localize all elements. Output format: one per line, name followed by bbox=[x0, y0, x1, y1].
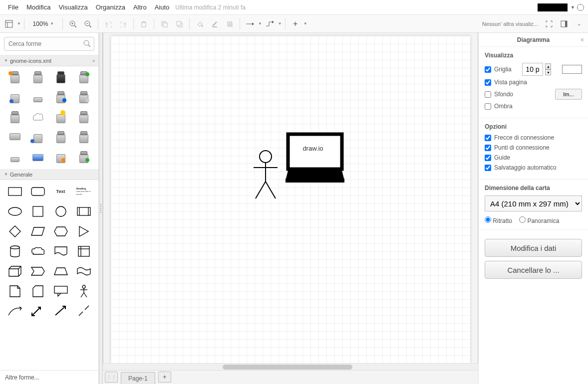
language-globe-icon[interactable] bbox=[577, 4, 584, 11]
edit-data-button[interactable]: Modifica i dati bbox=[485, 239, 582, 257]
gnome-shape[interactable] bbox=[74, 149, 94, 166]
gnome-shape[interactable] bbox=[74, 69, 94, 86]
shape-link[interactable] bbox=[74, 303, 94, 320]
background-checkbox[interactable] bbox=[485, 91, 491, 98]
shape-roundrect[interactable] bbox=[28, 183, 48, 200]
conn-arrows-checkbox[interactable] bbox=[485, 135, 491, 141]
shape-document[interactable] bbox=[51, 243, 71, 260]
gnome-shape[interactable] bbox=[5, 89, 25, 106]
gnome-shape[interactable] bbox=[5, 129, 25, 146]
close-format-icon[interactable]: × bbox=[581, 36, 584, 43]
actor-shape[interactable] bbox=[251, 150, 281, 199]
menu-extras[interactable]: Altro bbox=[129, 0, 151, 14]
shape-internal-storage[interactable] bbox=[74, 243, 94, 260]
fullscreen-button[interactable] bbox=[542, 17, 556, 31]
paper-size-select[interactable]: A4 (210 mm x 297 mm) bbox=[485, 195, 582, 211]
menu-help[interactable]: Aiuto bbox=[151, 0, 174, 14]
waypoint-button[interactable] bbox=[263, 17, 277, 31]
scrollbar-thumb[interactable] bbox=[223, 365, 352, 370]
format-panel-toggle[interactable] bbox=[557, 17, 571, 31]
view-mode-caret-icon[interactable]: ▼ bbox=[17, 21, 21, 26]
conn-points-checkbox[interactable] bbox=[485, 145, 491, 151]
delete-button[interactable] bbox=[137, 17, 151, 31]
palette-head-general[interactable]: ▼ Generale bbox=[0, 169, 98, 180]
shape-actor[interactable] bbox=[74, 283, 94, 300]
grid-checkbox[interactable] bbox=[485, 66, 491, 73]
collapse-format-button[interactable]: ⌄ bbox=[572, 17, 586, 31]
shape-cylinder[interactable] bbox=[5, 243, 25, 260]
gnome-shape[interactable] bbox=[74, 129, 94, 146]
shape-curve[interactable] bbox=[5, 303, 25, 320]
close-palette-icon[interactable]: × bbox=[92, 58, 95, 64]
redo-button[interactable] bbox=[116, 17, 130, 31]
landscape-radio[interactable] bbox=[519, 216, 526, 223]
shape-hexagon[interactable] bbox=[51, 223, 71, 240]
shape-tape[interactable] bbox=[74, 263, 94, 280]
canvas-page[interactable]: draw.io bbox=[111, 36, 470, 363]
insert-button[interactable]: + bbox=[289, 17, 302, 31]
page-view-checkbox[interactable] bbox=[485, 79, 491, 86]
connection-caret-icon[interactable]: ▼ bbox=[258, 21, 262, 26]
canvas-viewport[interactable]: draw.io bbox=[103, 33, 478, 363]
connection-type-button[interactable] bbox=[243, 17, 257, 31]
add-page-button[interactable]: + bbox=[158, 372, 171, 383]
background-image-button[interactable]: Im... bbox=[555, 89, 582, 100]
gnome-shape[interactable] bbox=[74, 89, 94, 106]
grid-size-down[interactable]: ▼ bbox=[545, 69, 551, 75]
user-menu-caret-icon[interactable]: ▼ bbox=[571, 5, 575, 10]
menu-arrange[interactable]: Organizza bbox=[92, 0, 129, 14]
grid-size-up[interactable]: ▲ bbox=[545, 63, 551, 69]
shape-arrow[interactable] bbox=[51, 303, 71, 320]
insert-caret-icon[interactable]: ▼ bbox=[303, 21, 307, 26]
gnome-shape[interactable] bbox=[51, 89, 71, 106]
shape-bidir-arrow[interactable] bbox=[28, 303, 48, 320]
gnome-shape[interactable] bbox=[51, 129, 71, 146]
gnome-shape[interactable] bbox=[51, 69, 71, 86]
portrait-radio[interactable] bbox=[485, 216, 491, 223]
gnome-shape[interactable] bbox=[5, 69, 25, 86]
shape-ellipse[interactable] bbox=[5, 203, 25, 220]
shape-rect[interactable] bbox=[5, 183, 25, 200]
shape-text[interactable]: Text bbox=[51, 183, 71, 200]
gnome-shape[interactable] bbox=[5, 109, 25, 126]
to-back-button[interactable] bbox=[172, 17, 186, 31]
shape-note[interactable] bbox=[5, 283, 25, 300]
gnome-shape[interactable] bbox=[28, 69, 48, 86]
menu-edit[interactable]: Modifica bbox=[22, 0, 54, 14]
shape-cube[interactable] bbox=[5, 263, 25, 280]
palette-head-gnome[interactable]: ▼ gnome-icons.xml × bbox=[0, 55, 98, 66]
shape-heading[interactable]: HeadingLorem ipsum dolor sit amet elit bbox=[74, 183, 94, 200]
shape-square[interactable] bbox=[28, 203, 48, 220]
fill-color-button[interactable] bbox=[193, 17, 207, 31]
gnome-shape[interactable] bbox=[28, 129, 48, 146]
left-splitter[interactable] bbox=[99, 33, 103, 384]
shape-card[interactable] bbox=[28, 283, 48, 300]
shape-parallelogram[interactable] bbox=[28, 223, 48, 240]
gnome-shape[interactable] bbox=[28, 89, 48, 106]
menu-view[interactable]: Visualizza bbox=[54, 0, 91, 14]
gnome-shape[interactable] bbox=[28, 109, 48, 126]
zoom-out-button[interactable] bbox=[81, 17, 95, 31]
shape-triangle[interactable] bbox=[74, 223, 94, 240]
guides-checkbox[interactable] bbox=[485, 155, 491, 161]
zoom-in-button[interactable] bbox=[66, 17, 80, 31]
gnome-shape[interactable] bbox=[28, 149, 48, 166]
pages-menu-button[interactable]: ⋮⋮ bbox=[105, 372, 118, 383]
search-input[interactable] bbox=[4, 37, 94, 51]
search-icon[interactable] bbox=[83, 40, 90, 47]
horizontal-scrollbar[interactable] bbox=[103, 363, 478, 370]
workstation-shape[interactable]: draw.io bbox=[286, 132, 345, 187]
clear-default-style-button[interactable]: Cancellare lo ... bbox=[485, 261, 582, 279]
gnome-shape[interactable] bbox=[5, 149, 25, 166]
shape-diamond[interactable] bbox=[5, 223, 25, 240]
shape-circle[interactable] bbox=[51, 203, 71, 220]
zoom-dropdown[interactable]: 100%▼ bbox=[27, 20, 59, 27]
to-front-button[interactable] bbox=[157, 17, 171, 31]
line-color-button[interactable] bbox=[208, 17, 222, 31]
menu-file[interactable]: File bbox=[4, 0, 22, 14]
gnome-shape[interactable] bbox=[51, 149, 71, 166]
shape-cloud[interactable] bbox=[28, 243, 48, 260]
shadow-checkbox[interactable] bbox=[485, 103, 491, 110]
undo-button[interactable] bbox=[101, 17, 115, 31]
page-tab-1[interactable]: Page-1 bbox=[121, 372, 155, 384]
